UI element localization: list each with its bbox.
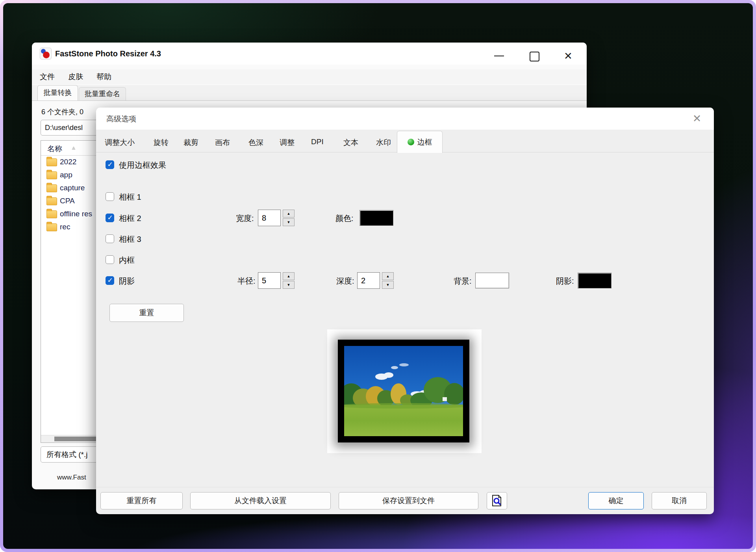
menu-file[interactable]: 文件 xyxy=(38,71,56,83)
statusbar-url: www.Fast xyxy=(57,474,86,481)
color-label: 颜色: xyxy=(335,213,354,224)
frame1-checkbox[interactable] xyxy=(106,192,114,201)
tab-text[interactable]: 文本 xyxy=(343,138,358,148)
depth-input[interactable] xyxy=(357,272,380,289)
faststone-app-icon xyxy=(40,48,52,59)
preview-panel xyxy=(327,329,482,453)
folder-name: 2022 xyxy=(60,158,76,166)
folder-icon xyxy=(46,158,57,166)
radius-input[interactable] xyxy=(258,272,281,289)
radius-label: 半径: xyxy=(237,276,256,286)
reset-all-button[interactable]: 重置所有 xyxy=(100,492,183,509)
shadow-color-label: 阴影: xyxy=(556,276,574,286)
tab-dpi[interactable]: DPI xyxy=(311,138,324,146)
tab-rotate[interactable]: 旋转 xyxy=(154,138,169,148)
spin-up-icon[interactable] xyxy=(382,272,394,280)
document-magnifier-icon xyxy=(492,495,502,507)
tab-batch-convert[interactable]: 批量转换 xyxy=(37,85,78,100)
folder-icon xyxy=(46,184,57,192)
maximize-button[interactable] xyxy=(528,51,540,61)
inner-frame-label: 内框 xyxy=(119,255,135,266)
dialog-tabstrip: 调整大小 旋转 裁剪 画布 色深 调整 DPI 文本 水印 边框 xyxy=(96,132,714,152)
background-label: 背景: xyxy=(454,276,472,286)
preview-photo-frame xyxy=(338,340,469,442)
spin-up-icon[interactable] xyxy=(283,210,295,217)
spin-down-icon[interactable] xyxy=(283,218,295,226)
folder-icon xyxy=(46,197,57,205)
frame3-checkbox[interactable] xyxy=(106,234,114,243)
folder-name: CPA xyxy=(60,197,75,205)
scrollbar-thumb[interactable] xyxy=(54,437,96,441)
width-input[interactable] xyxy=(258,210,281,226)
shadow-checkbox[interactable] xyxy=(106,276,114,285)
dialog-titlebar[interactable]: 高级选项 xyxy=(96,108,714,130)
spin-down-icon[interactable] xyxy=(382,281,394,289)
tab-border-active[interactable]: 边框 xyxy=(397,131,443,153)
folder-name: rec xyxy=(60,223,70,231)
radius-spinner xyxy=(283,272,295,289)
folder-summary: 6 个文件夹, 0 xyxy=(41,107,83,117)
spin-up-icon[interactable] xyxy=(283,272,295,280)
shadow-label: 阴影 xyxy=(119,276,135,286)
preview-button[interactable] xyxy=(487,492,507,509)
preview-photo xyxy=(344,346,463,436)
depth-label: 深度: xyxy=(336,276,354,286)
menu-skin[interactable]: 皮肤 xyxy=(67,71,85,83)
tab-color-depth[interactable]: 色深 xyxy=(248,138,263,148)
menu-help[interactable]: 帮助 xyxy=(95,71,113,83)
save-settings-button[interactable]: 保存设置到文件 xyxy=(339,492,478,509)
main-titlebar[interactable]: FastStone Photo Resizer 4.3 xyxy=(32,43,587,65)
load-settings-button[interactable]: 从文件载入设置 xyxy=(190,492,331,509)
minimize-button[interactable] xyxy=(493,51,505,61)
use-border-label: 使用边框效果 xyxy=(119,160,166,171)
window-title: FastStone Photo Resizer 4.3 xyxy=(55,49,161,58)
frame-color-swatch[interactable] xyxy=(359,210,393,226)
frame1-label: 相框 1 xyxy=(119,192,141,203)
reset-button[interactable]: 重置 xyxy=(109,304,184,322)
use-border-checkbox[interactable] xyxy=(106,160,114,169)
dialog-close-icon[interactable] xyxy=(689,112,704,126)
background-color-swatch[interactable] xyxy=(475,273,509,288)
shadow-color-swatch[interactable] xyxy=(578,273,611,288)
width-label: 宽度: xyxy=(236,213,254,224)
ok-button[interactable]: 确定 xyxy=(588,492,644,509)
width-spinner xyxy=(283,210,295,226)
tab-resize[interactable]: 调整大小 xyxy=(105,138,135,148)
main-tabstrip: 批量转换 批量重命名 xyxy=(32,85,587,101)
folder-name: app xyxy=(60,171,72,179)
tab-border-label: 边框 xyxy=(417,137,432,147)
advanced-options-dialog: 高级选项 调整大小 旋转 裁剪 画布 色深 调整 DPI 文本 水印 边框 使用… xyxy=(96,108,714,514)
tab-batch-rename[interactable]: 批量重命名 xyxy=(79,87,126,100)
tab-adjust[interactable]: 调整 xyxy=(280,138,295,148)
dialog-bottom-bar: 重置所有 从文件载入设置 保存设置到文件 确定 取消 xyxy=(96,487,714,514)
folder-icon xyxy=(46,171,57,179)
sort-ascending-icon xyxy=(71,145,76,151)
frame2-label: 相框 2 xyxy=(119,213,141,224)
tab-crop[interactable]: 裁剪 xyxy=(183,138,198,148)
depth-spinner xyxy=(382,272,394,289)
cancel-button[interactable]: 取消 xyxy=(652,492,707,509)
tab-watermark[interactable]: 水印 xyxy=(376,138,391,148)
menubar: 文件 皮肤 帮助 xyxy=(32,69,587,84)
dialog-title: 高级选项 xyxy=(106,114,136,124)
frame2-checkbox[interactable] xyxy=(106,214,114,222)
green-dot-icon xyxy=(408,139,414,145)
folder-name: offline res xyxy=(60,210,92,218)
column-name[interactable]: 名称 xyxy=(47,144,62,154)
folder-icon xyxy=(46,223,57,231)
close-button[interactable] xyxy=(562,51,574,61)
folder-icon xyxy=(46,210,57,218)
frame3-label: 相框 3 xyxy=(119,234,141,245)
inner-frame-checkbox[interactable] xyxy=(106,255,114,264)
tab-canvas[interactable]: 画布 xyxy=(215,138,230,148)
spin-down-icon[interactable] xyxy=(283,281,295,289)
folder-name: capture xyxy=(60,184,85,192)
